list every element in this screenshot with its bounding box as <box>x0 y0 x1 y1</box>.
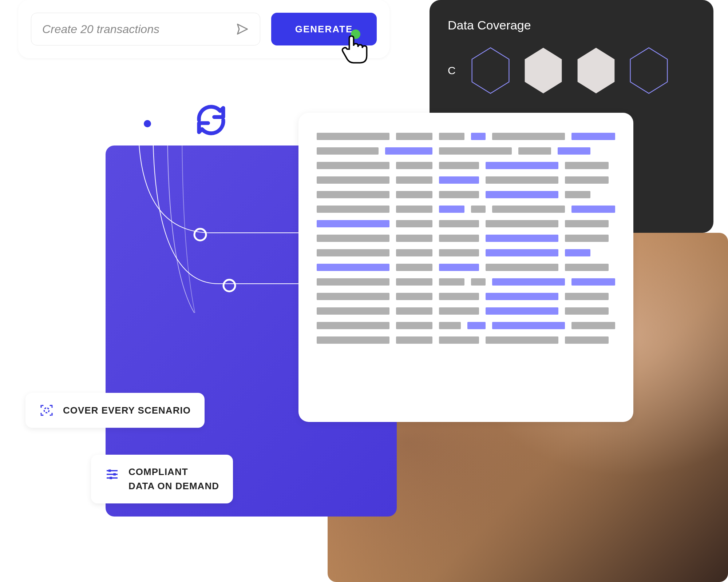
feature-pill-label: DATA ON DEMAND <box>128 479 219 493</box>
data-bar <box>396 133 432 140</box>
data-bar <box>439 322 461 329</box>
data-bar <box>486 336 558 344</box>
svg-rect-7 <box>110 477 112 479</box>
table-row <box>317 133 615 140</box>
prompt-placeholder: Create 20 transactions <box>42 23 159 36</box>
refresh-icon <box>193 102 229 138</box>
hexagon-icon <box>575 47 617 94</box>
data-bar <box>486 191 558 198</box>
data-bar <box>396 322 432 329</box>
data-bar <box>565 264 609 271</box>
data-bar <box>439 336 479 344</box>
data-bar <box>317 206 389 213</box>
data-bar <box>492 278 565 286</box>
send-icon[interactable] <box>236 23 249 36</box>
sliders-icon <box>105 467 119 482</box>
data-bar <box>439 235 479 242</box>
table-row <box>317 206 615 213</box>
data-bar <box>439 133 464 140</box>
data-bar <box>317 307 389 315</box>
data-bar <box>396 176 432 184</box>
data-bar <box>396 191 432 198</box>
data-bar <box>565 162 609 169</box>
table-row <box>317 162 615 169</box>
hexagon-icon <box>522 47 564 94</box>
prompt-input[interactable]: Create 20 transactions <box>31 13 260 45</box>
generate-button[interactable]: GENERATE <box>271 13 377 45</box>
data-bar <box>486 176 558 184</box>
data-bar <box>565 176 609 184</box>
data-bar <box>317 293 389 300</box>
data-bar <box>317 235 389 242</box>
data-bar <box>439 176 479 184</box>
data-bar <box>317 264 389 271</box>
data-bar <box>317 133 389 140</box>
table-row <box>317 191 615 198</box>
data-bar <box>518 147 551 155</box>
feature-pill-compliant: COMPLIANT DATA ON DEMAND <box>91 455 233 503</box>
data-bar <box>439 191 479 198</box>
data-bar <box>396 307 432 315</box>
data-bar <box>565 293 609 300</box>
data-bar <box>486 293 558 300</box>
data-bar <box>317 176 389 184</box>
data-bar <box>471 206 486 213</box>
data-table-card <box>298 113 633 422</box>
data-bar <box>565 307 609 315</box>
data-bar <box>396 220 432 227</box>
data-bar <box>571 133 615 140</box>
data-bar <box>565 336 609 344</box>
table-row <box>317 176 615 184</box>
table-row <box>317 307 615 315</box>
data-bar <box>486 235 558 242</box>
data-bar <box>565 249 590 256</box>
svg-point-3 <box>223 280 235 291</box>
svg-point-4 <box>44 408 49 412</box>
data-bar <box>439 206 464 213</box>
svg-point-1 <box>144 120 151 127</box>
data-bar <box>565 220 609 227</box>
data-bar <box>317 322 389 329</box>
data-bar <box>486 307 558 315</box>
table-row <box>317 264 615 271</box>
data-bar <box>486 249 558 256</box>
data-bar <box>467 322 486 329</box>
data-bar <box>317 162 389 169</box>
data-bar <box>492 206 565 213</box>
hexagon-icon <box>470 47 511 94</box>
data-bar <box>571 278 615 286</box>
data-bar <box>471 133 486 140</box>
table-row <box>317 147 615 155</box>
data-bar <box>486 162 558 169</box>
feature-pill-label: COVER EVERY SCENARIO <box>63 403 191 418</box>
data-bar <box>571 206 615 213</box>
data-bar <box>317 147 379 155</box>
data-bar <box>439 278 464 286</box>
data-bar <box>471 278 486 286</box>
data-bar <box>439 264 479 271</box>
data-bar <box>396 278 432 286</box>
coverage-row-label: C <box>448 64 459 77</box>
data-bar <box>486 264 558 271</box>
data-bar <box>317 220 389 227</box>
table-row <box>317 322 615 329</box>
data-bar <box>492 133 565 140</box>
data-bar <box>492 322 565 329</box>
data-bar <box>396 235 432 242</box>
data-bar <box>396 264 432 271</box>
data-bar <box>486 220 558 227</box>
feature-pill-label: COMPLIANT <box>128 465 219 479</box>
data-bar <box>565 191 590 198</box>
data-bar <box>439 147 512 155</box>
table-row <box>317 249 615 256</box>
coverage-title: Data Coverage <box>448 18 695 32</box>
hexagon-icon <box>628 47 670 94</box>
data-bar <box>396 336 432 344</box>
svg-rect-6 <box>113 473 116 476</box>
table-row <box>317 278 615 286</box>
data-bar <box>317 336 389 344</box>
data-bar <box>439 162 479 169</box>
svg-rect-5 <box>108 470 111 472</box>
coverage-row: C <box>448 47 695 94</box>
table-row <box>317 293 615 300</box>
